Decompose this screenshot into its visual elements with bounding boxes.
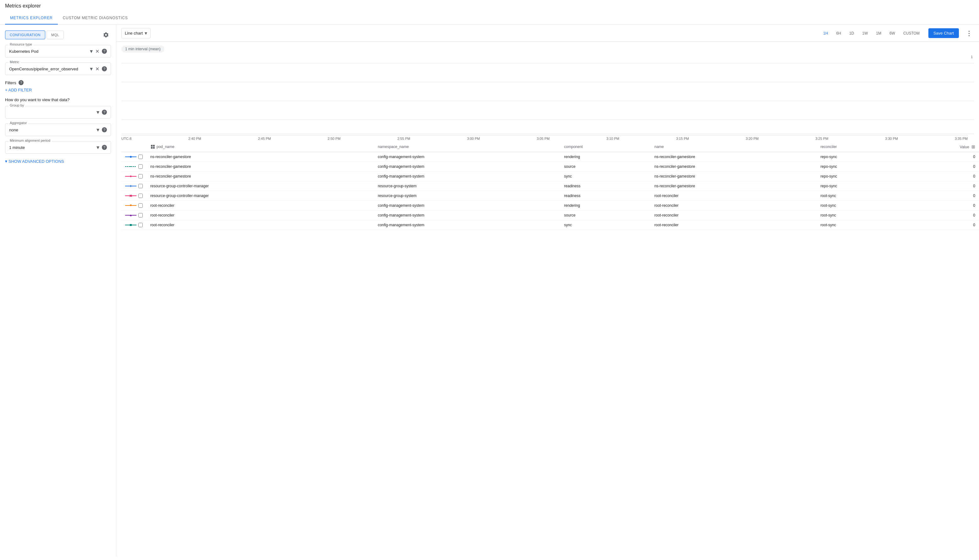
row-reconciler: repo-sync [817,172,900,181]
row-checkbox[interactable] [138,164,143,169]
row-checkbox[interactable] [138,155,143,159]
row-namespace: config-management-system [374,172,560,181]
row-value: 0 [900,181,979,191]
th-namespace: namespace_name [374,142,560,152]
table-row: ns-reconciler-gamestore config-managemen… [121,172,979,181]
time-btn-custom[interactable]: CUSTOM [899,29,923,37]
th-value: Value ⊞ [900,142,979,152]
resource-type-clear-icon[interactable]: ✕ [95,48,99,54]
column-options-icon[interactable]: ⊞ [971,144,975,149]
tab-metrics-explorer[interactable]: METRICS EXPLORER [5,12,58,25]
app-title: Metrics explorer [0,0,979,12]
svg-rect-8 [153,147,155,148]
row-pod-name: root-reconciler [147,210,374,220]
resource-type-help-icon[interactable]: ? [102,49,107,54]
show-advanced-options[interactable]: ▾ SHOW ADVANCED OPTIONS [5,159,111,164]
x-label-310: 3:10 PM [607,137,619,140]
row-component: readiness [560,181,650,191]
table-row: root-reconciler config-management-system… [121,220,979,230]
time-btn-1m[interactable]: 1M [872,29,885,37]
main-layout: CONFIGURATION MQL Resource type Kubernet… [0,25,979,557]
time-btn-1h[interactable]: 1H [819,29,832,37]
settings-icon[interactable] [101,30,111,40]
table-row: root-reconciler config-management-system… [121,201,979,210]
aggregator-dropdown-icon[interactable]: ▾ [97,126,99,133]
resource-type-dropdown-icon[interactable]: ▾ [90,48,93,55]
metric-dropdown-icon[interactable]: ▾ [90,65,93,72]
chart-type-dropdown-icon: ▾ [145,30,147,36]
metric-clear-icon[interactable]: ✕ [95,66,99,72]
data-table: pod_name namespace_name component name [121,142,979,230]
row-checkbox[interactable] [138,174,143,178]
metric-label: Metric [8,60,20,64]
content-area: Line chart ▾ 1H 6H 1D 1W 1M 6W CUSTOM Sa… [116,25,979,557]
row-component: source [560,162,650,172]
row-checkbox[interactable] [138,213,143,217]
tab-custom-metric-diagnostics[interactable]: CUSTOM METRIC DIAGNOSTICS [58,12,133,25]
time-btn-6h[interactable]: 6H [832,29,845,37]
sidebar: CONFIGURATION MQL Resource type Kubernet… [0,25,116,557]
group-by-field: Group by ▾ ? [5,106,111,118]
row-name: ns-reconciler-gamestore [650,181,816,191]
row-checkbox[interactable] [138,203,143,208]
chart-type-select[interactable]: Line chart ▾ [121,28,150,38]
x-label-325: 3:25 PM [816,137,829,140]
table-row: resource-group-controller-manager resour… [121,181,979,191]
row-checkbox[interactable] [138,193,143,198]
th-legend [121,142,147,152]
time-btn-6w[interactable]: 6W [886,29,899,37]
row-reconciler: root-sync [817,191,900,201]
row-checkbox[interactable] [138,223,143,227]
table-header-row: pod_name namespace_name component name [121,142,979,152]
svg-marker-14 [130,175,132,177]
aggregator-field: Aggregator none ▾ ? [5,123,111,136]
x-label-330: 3:30 PM [885,137,898,140]
group-by-help-icon[interactable]: ? [102,110,107,115]
row-name: ns-reconciler-gamestore [650,172,816,181]
row-reconciler: root-sync [817,210,900,220]
row-namespace: config-management-system [374,220,560,230]
metric-field: Metric OpenCensus/pipeline_error_observe… [5,63,111,75]
alignment-period-field: Minimum alignment period 1 minute ▾ ? [5,141,111,154]
x-label-utc: UTC-8 [121,137,132,140]
row-checkbox[interactable] [138,184,143,188]
filters-help-icon[interactable]: ? [18,80,23,85]
chart-toolbar: Line chart ▾ 1H 6H 1D 1W 1M 6W CUSTOM Sa… [116,25,979,42]
configuration-tab[interactable]: CONFIGURATION [5,30,45,39]
th-reconciler: reconciler [817,142,900,152]
mql-tab[interactable]: MQL [47,30,64,39]
row-reconciler: repo-sync [817,162,900,172]
th-component: component [560,142,650,152]
save-chart-button[interactable]: Save Chart [928,28,959,38]
time-btn-1w[interactable]: 1W [859,29,872,37]
more-options-icon[interactable]: ⋮ [964,28,974,38]
row-pod-name: resource-group-controller-manager [147,191,374,201]
row-namespace: config-management-system [374,162,560,172]
x-label-305: 3:05 PM [537,137,550,140]
alignment-period-help-icon[interactable]: ? [102,145,107,150]
aggregator-label: Aggregator [8,121,28,125]
table-container: pod_name namespace_name component name [116,142,979,557]
group-by-dropdown-icon[interactable]: ▾ [97,109,99,116]
metric-help-icon[interactable]: ? [102,66,107,71]
time-btn-1d[interactable]: 1D [846,29,858,37]
alignment-period-dropdown-icon[interactable]: ▾ [97,144,99,151]
resource-type-value: Kubernetes Pod [9,49,90,54]
row-component: sync [560,172,650,181]
top-tabs: METRICS EXPLORER CUSTOM METRIC DIAGNOSTI… [0,12,979,25]
row-component: readiness [560,191,650,201]
interval-badge: 1 min interval (mean) [121,45,164,52]
row-value: 0 [900,210,979,220]
row-pod-name: ns-reconciler-gamestore [147,172,374,181]
x-label-315: 3:15 PM [676,137,689,140]
aggregator-help-icon[interactable]: ? [102,127,107,132]
svg-point-10 [130,156,132,158]
row-legend-cell [121,162,147,172]
add-filter-button[interactable]: + ADD FILTER [5,88,111,92]
row-legend-cell [121,152,147,162]
row-name: ns-reconciler-gamestore [650,152,816,162]
group-by-value [9,109,97,115]
x-label-240: 2:40 PM [188,137,201,140]
row-legend-cell [121,201,147,210]
view-question: How do you want to view that data? [5,97,111,102]
